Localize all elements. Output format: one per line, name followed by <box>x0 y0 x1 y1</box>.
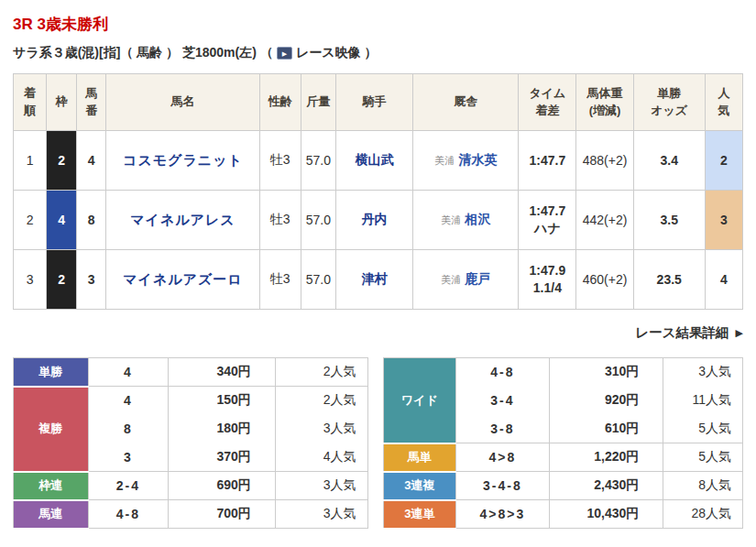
horse-weight: 488(+2) <box>576 131 633 191</box>
race-conditions-row: サラ系３歳(混)[指]（ 馬齢 ） 芝1800m(左) （ ▶ レース映像 ） <box>13 45 743 61</box>
bet-type-label: 単勝 <box>14 358 89 387</box>
payout-group-trio: 3連複 3-4-8 2,430円 8人気 <box>383 472 742 500</box>
col-finish-position: 着 順 <box>14 74 47 131</box>
payout-amount: 1,220円 <box>549 443 663 472</box>
payout-amount: 180円 <box>169 415 276 443</box>
payout-row: 馬連 4-8 700円 3人気 <box>14 500 368 529</box>
jockey-link[interactable]: 丹内 <box>361 212 387 226</box>
payout-popularity: 28人気 <box>663 500 743 529</box>
col-jockey: 騎手 <box>335 74 412 131</box>
col-stable: 厩舎 <box>413 74 519 131</box>
bet-type-label: 複勝 <box>14 387 89 472</box>
payout-amount: 2,430円 <box>549 472 663 500</box>
payout-row: 枠連 2-4 690円 3人気 <box>14 472 368 500</box>
payout-table-left: 単勝 4 340円 2人気 複勝 4 150円 2人気 8 180円 3人気 <box>13 357 368 530</box>
payout-row: 単勝 4 340円 2人気 <box>14 358 368 387</box>
horse-name-link[interactable]: コスモグラニット <box>123 152 243 168</box>
payout-popularity: 3人気 <box>275 472 367 500</box>
payout-popularity: 8人気 <box>663 472 743 500</box>
payout-group-win: 単勝 4 340円 2人気 <box>14 358 368 387</box>
payout-row: 3連複 3-4-8 2,430円 8人気 <box>383 472 742 500</box>
bet-type-label: 3連単 <box>383 500 456 529</box>
payout-tables: 単勝 4 340円 2人気 複勝 4 150円 2人気 8 180円 3人気 <box>13 357 743 530</box>
frame-number: 2 <box>47 250 77 310</box>
race-video-link[interactable]: レース映像 <box>296 45 361 61</box>
trainer-link[interactable]: 鹿戸 <box>465 271 490 286</box>
time-margin-cell: 1:47.7ハナ <box>519 191 576 250</box>
finish-position: 2 <box>14 191 47 250</box>
payout-popularity: 3人気 <box>663 358 743 387</box>
video-play-icon[interactable]: ▶ <box>277 47 292 60</box>
col-frame: 枠 <box>47 74 77 131</box>
result-row-2: 2 4 8 マイネルアレス 牡3 57.0 丹内 美浦相沢 1:47.7ハナ 4… <box>14 191 743 250</box>
col-time-margin: タイム 着差 <box>519 74 576 131</box>
bet-type-label: 馬単 <box>383 443 456 472</box>
finish-time: 1:47.9 <box>519 262 575 279</box>
win-odds: 3.5 <box>633 191 705 250</box>
combination: 4-8 <box>88 500 169 529</box>
horse-weight: 442(+2) <box>576 191 633 250</box>
chevron-right-icon: ▶ <box>736 327 743 339</box>
horse-name-link[interactable]: マイネルアレス <box>130 212 235 227</box>
payout-popularity: 3人気 <box>275 415 367 443</box>
payout-group-place: 複勝 4 150円 2人気 8 180円 3人気 3 370円 4人気 <box>14 387 368 472</box>
payout-amount: 150円 <box>169 387 276 415</box>
payout-group-bracket-quinella: 枠連 2-4 690円 3人気 <box>14 472 368 500</box>
weight-carried: 57.0 <box>301 131 335 191</box>
frame-number: 2 <box>47 131 77 191</box>
payout-popularity: 2人気 <box>275 387 367 415</box>
race-detail-link-row: レース結果詳細 ▶ <box>13 324 743 342</box>
payout-amount: 690円 <box>169 472 276 500</box>
popularity: 3 <box>705 191 742 250</box>
payout-table-right: ワイド 4-8 310円 3人気 3-4 920円 11人気 3-8 610円 … <box>383 357 743 530</box>
time-margin-cell: 1:47.91.1/4 <box>519 250 576 310</box>
bet-type-label: 枠連 <box>14 472 89 500</box>
finish-position: 3 <box>14 250 47 310</box>
stable-region: 美浦 <box>441 214 461 225</box>
payout-popularity: 2人気 <box>275 358 367 387</box>
win-odds: 23.5 <box>633 250 705 310</box>
trainer-link[interactable]: 清水英 <box>458 152 497 167</box>
combination: 4 <box>88 358 169 387</box>
page: 3R 3歳未勝利 サラ系３歳(混)[指]（ 馬齢 ） 芝1800m(左) （ ▶… <box>0 0 756 530</box>
jockey-link[interactable]: 津村 <box>361 271 387 286</box>
payout-group-exacta: 馬単 4>8 1,220円 5人気 <box>383 443 742 472</box>
payout-group-quinella: 馬連 4-8 700円 3人気 <box>14 500 368 529</box>
payout-popularity: 11人気 <box>663 387 743 415</box>
payout-group-trifecta: 3連単 4>8>3 10,430円 28人気 <box>383 500 742 529</box>
payout-amount: 370円 <box>169 443 276 472</box>
payout-popularity: 5人気 <box>663 415 743 443</box>
win-odds: 3.4 <box>633 131 705 191</box>
trainer-link[interactable]: 相沢 <box>465 212 490 226</box>
paren-open: （ <box>260 45 273 61</box>
bet-type-label: 3連複 <box>383 472 456 500</box>
race-title: 3R 3歳未勝利 <box>13 14 743 35</box>
stable-region: 美浦 <box>434 155 455 166</box>
finish-position: 1 <box>14 131 47 191</box>
combination: 3-4 <box>456 387 550 415</box>
result-row-1: 1 2 4 コスモグラニット 牡3 57.0 横山武 美浦清水英 1:47.7 … <box>14 131 743 191</box>
finish-time: 1:47.7 <box>519 152 575 170</box>
result-row-3: 3 2 3 マイネルアズーロ 牡3 57.0 津村 美浦鹿戸 1:47.91.1… <box>14 250 743 310</box>
frame-number: 4 <box>47 191 77 250</box>
payout-row: 複勝 4 150円 2人気 <box>14 387 368 415</box>
sex-age: 牡3 <box>259 191 301 250</box>
combination: 4>8>3 <box>456 500 550 529</box>
jockey-link[interactable]: 横山武 <box>355 152 393 167</box>
race-detail-link[interactable]: レース結果詳細 <box>635 324 729 342</box>
horse-number: 4 <box>77 131 106 191</box>
results-header-row: 着 順 枠 馬 番 馬名 性齢 斤量 騎手 厩舎 タイム 着差 馬体重 (増減)… <box>14 74 743 131</box>
paren-close: ） <box>365 45 378 61</box>
col-horse-weight: 馬体重 (増減) <box>576 74 633 131</box>
combination: 3-8 <box>456 415 550 443</box>
stable-region: 美浦 <box>441 274 461 285</box>
horse-name-link[interactable]: マイネルアズーロ <box>123 271 242 287</box>
payout-popularity: 5人気 <box>663 443 743 472</box>
race-conditions: サラ系３歳(混)[指]（ 馬齢 ） 芝1800m(左) <box>13 45 257 61</box>
finish-margin: 1.1/4 <box>519 279 575 297</box>
combination: 2-4 <box>88 472 169 500</box>
combination: 4 <box>88 387 169 415</box>
combination: 4>8 <box>456 443 550 472</box>
payout-amount: 920円 <box>549 387 663 415</box>
combination: 8 <box>88 415 169 443</box>
